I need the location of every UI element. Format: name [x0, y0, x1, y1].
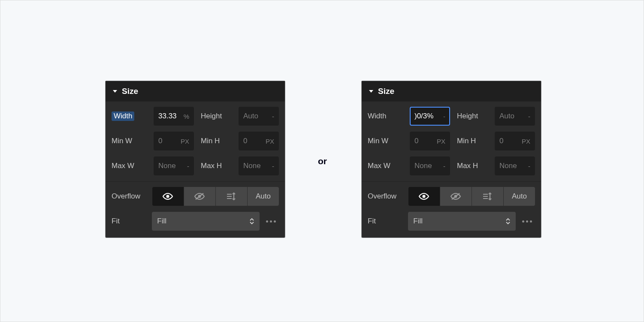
overflow-segmented: Auto: [152, 187, 279, 206]
panel-header[interactable]: Size: [362, 81, 541, 101]
scroll-icon: [226, 192, 237, 201]
minw-input[interactable]: 0PX: [410, 132, 450, 150]
svg-point-7: [423, 195, 426, 198]
overflow-scroll-button[interactable]: [472, 187, 503, 206]
overflow-visible-button[interactable]: [152, 187, 184, 206]
more-button[interactable]: [519, 212, 535, 231]
overflow-scroll-button[interactable]: [215, 187, 247, 206]
minw-label[interactable]: Min W: [368, 137, 410, 145]
height-input[interactable]: Auto-: [495, 107, 535, 126]
fit-select[interactable]: Fill: [152, 212, 260, 231]
panel-title: Size: [378, 87, 394, 96]
overflow-hidden-button[interactable]: [440, 187, 472, 206]
overflow-visible-button[interactable]: [408, 187, 440, 206]
overflow-hidden-button[interactable]: [184, 187, 215, 206]
eye-icon: [162, 193, 173, 200]
or-separator: or: [0, 156, 644, 166]
width-input[interactable]: )0/3%-: [410, 107, 450, 126]
svg-point-0: [166, 195, 169, 198]
overflow-segmented: Auto: [408, 187, 535, 206]
more-button[interactable]: [263, 212, 279, 231]
caret-down-icon: [369, 89, 374, 93]
dots-icon: [522, 220, 524, 223]
eye-off-icon: [194, 193, 205, 200]
scroll-icon: [482, 192, 493, 201]
panel-title: Size: [122, 87, 138, 96]
overflow-auto-button[interactable]: Auto: [247, 187, 279, 206]
minh-label[interactable]: Min H: [450, 137, 495, 145]
fit-select[interactable]: Fill: [408, 212, 516, 231]
width-input[interactable]: 33.33%: [154, 107, 194, 126]
fit-label: Fit: [368, 217, 408, 226]
caret-down-icon: [112, 89, 118, 93]
height-input[interactable]: Auto-: [239, 107, 279, 126]
minh-input[interactable]: 0PX: [495, 132, 535, 150]
eye-icon: [418, 193, 429, 200]
height-label[interactable]: Height: [194, 112, 239, 120]
eye-off-icon: [450, 193, 461, 200]
stepper-icon: [505, 217, 511, 225]
dots-icon: [266, 220, 268, 223]
width-label[interactable]: Width: [368, 112, 410, 120]
minh-input[interactable]: 0PX: [239, 132, 279, 150]
overflow-label: Overflow: [112, 192, 152, 201]
width-label[interactable]: Width: [112, 111, 134, 121]
minh-label[interactable]: Min H: [194, 137, 239, 145]
fit-label: Fit: [112, 217, 152, 226]
height-label[interactable]: Height: [450, 112, 495, 120]
stepper-icon: [249, 217, 254, 225]
overflow-label: Overflow: [368, 192, 408, 201]
minw-label[interactable]: Min W: [112, 137, 154, 145]
minw-input[interactable]: 0PX: [154, 132, 194, 150]
panel-header[interactable]: Size: [106, 81, 285, 101]
overflow-auto-button[interactable]: Auto: [503, 187, 535, 206]
